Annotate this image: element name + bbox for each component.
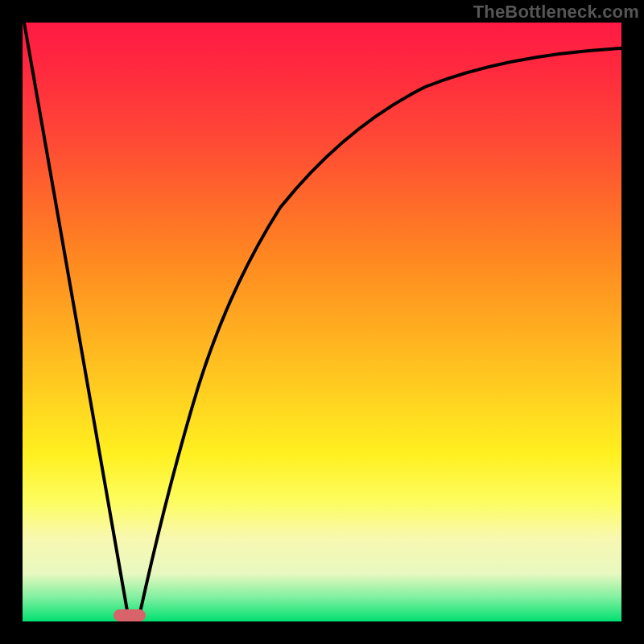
bottleneck-curve — [23, 23, 621, 621]
chart-frame: TheBottleneck.com — [0, 0, 644, 644]
watermark-text: TheBottleneck.com — [473, 2, 639, 23]
plot-area — [23, 23, 621, 621]
optimal-marker — [114, 609, 146, 621]
